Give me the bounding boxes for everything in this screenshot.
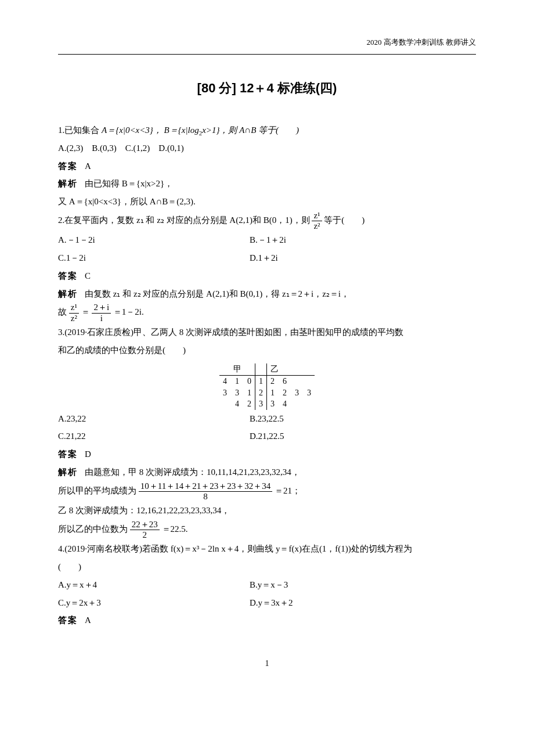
answer-label: 答案 xyxy=(58,271,78,280)
answer-label: 答案 xyxy=(58,449,78,459)
q2-explain-1: 解析由复数 z₁ 和 z₂ 对应的点分别是 A(2,1)和 B(0,1)，得 z… xyxy=(58,285,476,303)
q1-text: 1.已知集合 xyxy=(58,125,102,135)
q3-optD: D.21,22.5 xyxy=(250,427,476,445)
frac-num: 10＋11＋14＋21＋23＋23＋32＋34 xyxy=(139,481,272,492)
q4-paren: ( ) xyxy=(58,558,476,576)
q2-exp-frac2: 2＋i i xyxy=(92,303,111,323)
leaf-left: 4 2 xyxy=(219,398,255,410)
q4-optC: C.y＝2x＋3 xyxy=(58,594,250,612)
leaf-right: 1 2 3 3 xyxy=(267,387,315,399)
q2-stem: 2.在复平面内，复数 z₁ 和 z₂ 对应的点分别是 A(2,1)和 B(0，1… xyxy=(58,211,476,232)
q3-answer: 答案D xyxy=(58,445,476,463)
q1-setB-tail: x>1}，则 A∩B 等于( ) xyxy=(202,125,299,135)
q4-options-row2: C.y＝2x＋3 D.y＝3x＋2 xyxy=(58,594,476,612)
stem-val: 1 xyxy=(255,375,267,387)
q4-optD: D.y＝3x＋2 xyxy=(250,594,476,612)
leaf-right: 3 4 xyxy=(267,398,315,410)
q2-explain-2: 故 z¹ z² ＝ 2＋i i ＝1－2i. xyxy=(58,303,476,323)
stemleaf-row: 4 2 3 3 4 xyxy=(219,398,315,410)
title: [80 分] 12＋4 标准练(四) xyxy=(58,75,476,101)
frac-num: z¹ xyxy=(69,303,79,313)
q1-answer: 答案A xyxy=(58,157,476,175)
q4-answer-value: A xyxy=(85,615,91,625)
q2-exp-frac1: z¹ z² xyxy=(69,303,79,323)
q3-explain-2: 所以甲的平均成绩为 10＋11＋14＋21＋23＋23＋32＋34 8 ＝21； xyxy=(58,481,476,502)
stemleaf-header: 甲 乙 xyxy=(219,363,315,375)
answer-label: 答案 xyxy=(58,615,78,625)
stem-leaf-plot: 甲 乙 4 1 0 1 2 6 3 3 1 2 1 2 3 3 4 2 3 3 … xyxy=(219,363,315,409)
leaf-left: 3 3 1 xyxy=(219,387,255,399)
frac-den: i xyxy=(92,314,111,323)
leaf-right: 2 6 xyxy=(267,375,315,387)
q2-optA: A.－1－2i xyxy=(58,231,250,249)
page-content: 2020 高考数学冲刺训练 教师讲义 [80 分] 12＋4 标准练(四) 1.… xyxy=(0,0,534,707)
q3-explain-1: 解析由题意知，甲 8 次测评成绩为：10,11,14,21,23,23,32,3… xyxy=(58,463,476,481)
q2-options-row1: A.－1－2i B.－1＋2i xyxy=(58,231,476,249)
explain-label: 解析 xyxy=(58,467,78,477)
q3-stem-1: 3.(2019·石家庄质检)甲、乙两人 8 次测评成绩的茎叶图如图，由茎叶图知甲… xyxy=(58,323,476,341)
frac-num: 2＋i xyxy=(92,303,111,313)
q2-optD: D.1＋2i xyxy=(250,249,476,267)
page-number: 1 xyxy=(58,656,476,672)
explain-label: 解析 xyxy=(58,289,78,298)
hdr-left: 甲 xyxy=(219,363,255,375)
q3-optC: C.21,22 xyxy=(58,427,250,445)
q1-answer-value: A xyxy=(85,161,91,171)
q3-optA: A.23,22 xyxy=(58,410,250,428)
q3-explain-3: 乙 8 次测评成绩为：12,16,21,22,23,23,33,34， xyxy=(58,502,476,520)
q2-frac-den: z² xyxy=(312,221,322,231)
q2-answer: 答案C xyxy=(58,267,476,285)
q1-options: A.(2,3) B.(0,3) C.(1,2) D.(0,1) xyxy=(58,139,476,157)
q1-setB-a: B＝{x|log xyxy=(164,125,199,135)
frac-den: 8 xyxy=(139,492,272,502)
q2-optC: C.1－2i xyxy=(58,249,250,267)
header-rule xyxy=(58,54,476,55)
frac-num: 22＋23 xyxy=(130,520,160,530)
q3-explain-4: 所以乙的中位数为 22＋23 2 ＝22.5. xyxy=(58,520,476,541)
q3-options-row2: C.21,22 D.21,22.5 xyxy=(58,427,476,445)
q1-explain-2: 又 A＝{x|0<x<3}，所以 A∩B＝(2,3). xyxy=(58,193,476,211)
eq: ＝ xyxy=(81,308,90,317)
q3-exp2-tail: ＝21； xyxy=(275,486,301,495)
q4-optA: A.y＝x＋4 xyxy=(58,576,250,594)
q2-optB: B.－1＋2i xyxy=(250,231,476,249)
q2-exp1: 由复数 z₁ 和 z₂ 对应的点分别是 A(2,1)和 B(0,1)，得 z₁＝… xyxy=(85,289,349,298)
q2-exp2-tail: ＝1－2i. xyxy=(113,308,144,317)
q1-stem: 1.已知集合 A＝{x|0<x<3}， B＝{x|log2x>1}，则 A∩B … xyxy=(58,121,476,139)
q1-setA: A＝{x|0<x<3}， xyxy=(102,125,162,135)
q3-stem-2: 和乙的成绩的中位数分别是( ) xyxy=(58,341,476,359)
stem-val: 3 xyxy=(255,398,267,410)
hdr-right: 乙 xyxy=(267,363,315,375)
q2-exp2-pre: 故 xyxy=(58,308,67,317)
answer-label: 答案 xyxy=(58,161,78,171)
q2-tail: 等于( ) xyxy=(324,215,365,225)
q2-text: 2.在复平面内，复数 z₁ 和 z₂ 对应的点分别是 A(2,1)和 B(0，1… xyxy=(58,215,310,225)
q4-stem: 4.(2019·河南名校联考)若函数 f(x)＝x³－2ln x＋4，则曲线 y… xyxy=(58,540,476,558)
q4-optB: B.y＝x－3 xyxy=(250,576,476,594)
q3-exp4-tail: ＝22.5. xyxy=(162,524,188,534)
doc-header: 2020 高考数学冲刺训练 教师讲义 xyxy=(58,35,476,51)
stemleaf-row: 3 3 1 2 1 2 3 3 xyxy=(219,387,315,399)
q3-median-frac: 22＋23 2 xyxy=(130,520,160,541)
q3-avg-frac: 10＋11＋14＋21＋23＋23＋32＋34 8 xyxy=(139,481,272,502)
q3-exp4-pre: 所以乙的中位数为 xyxy=(58,524,128,534)
q2-frac: z¹ z² xyxy=(312,211,322,232)
leaf-left: 4 1 0 xyxy=(219,375,255,387)
frac-den: 2 xyxy=(130,530,160,540)
q2-options-row2: C.1－2i D.1＋2i xyxy=(58,249,476,267)
frac-den: z² xyxy=(69,314,79,323)
explain-label: 解析 xyxy=(58,179,78,188)
stem-val: 2 xyxy=(255,387,267,399)
hdr-stem xyxy=(255,363,267,375)
q1-explain-1: 解析由已知得 B＝{x|x>2}， xyxy=(58,175,476,193)
q4-options-row1: A.y＝x＋4 B.y＝x－3 xyxy=(58,576,476,594)
q3-optB: B.23,22.5 xyxy=(250,410,476,428)
q1-exp1: 由已知得 B＝{x|x>2}， xyxy=(85,179,173,188)
q2-answer-value: C xyxy=(85,271,91,280)
stemleaf-row: 4 1 0 1 2 6 xyxy=(219,375,315,387)
q2-frac-num: z¹ xyxy=(312,211,322,221)
q3-exp1: 由题意知，甲 8 次测评成绩为：10,11,14,21,23,23,32,34， xyxy=(85,467,300,477)
q3-options-row1: A.23,22 B.23,22.5 xyxy=(58,410,476,428)
q3-answer-value: D xyxy=(85,449,91,459)
q3-exp2-pre: 所以甲的平均成绩为 xyxy=(58,486,136,495)
